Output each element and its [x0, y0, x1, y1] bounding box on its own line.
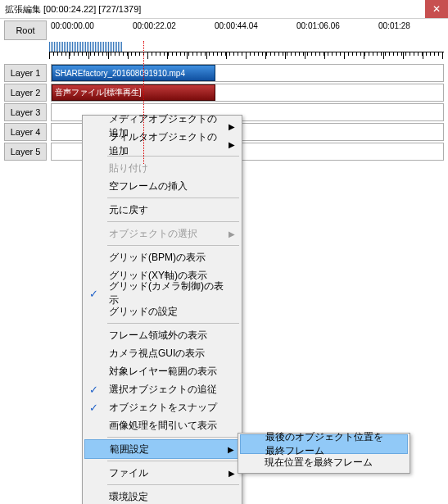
check-icon: ✓: [89, 384, 98, 396]
menu-show-camera-gui[interactable]: カメラ視点GUIの表示: [84, 344, 240, 362]
menu-separator: [107, 461, 239, 461]
layer-track-2[interactable]: 音声ファイル[標準再生]: [51, 84, 444, 102]
menu-add-filter[interactable]: フィルタオブジェクトの追加 ▶: [84, 135, 240, 153]
close-button[interactable]: ✕: [425, 0, 448, 18]
window-title: 拡張編集 [00:00:24.22] [727/1379]: [5, 3, 141, 16]
menu-paste: 貼り付け: [84, 159, 240, 177]
layer-label-2[interactable]: Layer 2: [4, 84, 47, 102]
clip-audio-label: 音声ファイル[標準再生]: [55, 87, 142, 98]
layer-label-5[interactable]: Layer 5: [4, 143, 47, 161]
chevron-right-icon: ▶: [229, 122, 235, 131]
root-button[interactable]: Root: [4, 20, 47, 40]
menu-snap-object[interactable]: ✓ オブジェクトをスナップ: [84, 398, 240, 416]
menu-grid-settings[interactable]: グリッドの設定: [84, 302, 240, 320]
menu-separator: [107, 221, 239, 222]
ruler-time-3: 00:01:06.06: [296, 21, 340, 30]
clip-video[interactable]: SHAREfactory_201608091910.mp4: [52, 65, 215, 81]
menu-show-target-layer[interactable]: 対象レイヤー範囲の表示: [84, 362, 240, 380]
ruler-time-4: 00:01:28: [378, 21, 410, 30]
check-icon: ✓: [89, 402, 98, 414]
chevron-right-icon: ▶: [229, 140, 235, 149]
menu-separator: [107, 437, 239, 438]
root-label: Root: [16, 25, 34, 35]
submenu-range: 最後のオブジェクト位置を最終フレーム 現在位置を最終フレーム: [238, 433, 410, 474]
layer-label-4[interactable]: Layer 4: [4, 123, 47, 141]
ruler-time-1: 00:00:22.02: [133, 21, 176, 30]
layer-track-1[interactable]: SHAREfactory_201608091910.mp4: [51, 64, 444, 82]
toolbar: Root 00:00:00.00 00:00:22.02 00:00:44.04…: [0, 19, 448, 42]
ruler-time-2: 00:00:44.04: [215, 21, 258, 30]
menu-select-object: オブジェクトの選択 ▶: [84, 225, 240, 243]
playhead[interactable]: [143, 41, 145, 164]
submenu-last-object-frame[interactable]: 最後のオブジェクト位置を最終フレーム: [240, 434, 408, 454]
chevron-right-icon: ▶: [229, 469, 235, 478]
layer-row-2: Layer 2 音声ファイル[標準再生]: [0, 83, 448, 102]
context-menu: メディアオブジェクトの追加 ▶ フィルタオブジェクトの追加 ▶ 貼り付け 空フレ…: [82, 115, 242, 504]
menu-thin-image[interactable]: 画像処理を間引いて表示: [84, 416, 240, 434]
clip-video-label: SHAREfactory_201608091910.mp4: [55, 69, 185, 78]
clip-audio[interactable]: 音声ファイル[標準再生]: [52, 84, 215, 101]
layer-row-1: Layer 1 SHAREfactory_201608091910.mp4: [0, 63, 448, 83]
timeline-ticks: [0, 52, 448, 63]
chevron-right-icon: ▶: [228, 445, 234, 454]
layer-label-3[interactable]: Layer 3: [4, 103, 47, 121]
ruler-time-0: 00:00:00.00: [51, 21, 94, 30]
menu-undo[interactable]: 元に戻す: [84, 201, 240, 219]
chevron-right-icon: ▶: [229, 229, 235, 238]
menu-separator: [107, 245, 239, 246]
timeline-ruler[interactable]: 00:00:00.00 00:00:22.02 00:00:44.04 00:0…: [51, 20, 444, 40]
menu-range-settings[interactable]: 範囲設定 ▶: [84, 439, 240, 459]
menu-separator: [107, 198, 239, 198]
menu-env-settings[interactable]: 環境設定: [84, 488, 240, 504]
timeline-wave: [0, 42, 448, 52]
layer-label-1[interactable]: Layer 1: [4, 64, 47, 82]
close-icon: ✕: [432, 3, 441, 15]
menu-insert-blank[interactable]: 空フレームの挿入: [84, 177, 240, 195]
menu-grid-camera[interactable]: ✓ グリッド(カメラ制御)の表示: [84, 284, 240, 302]
menu-file[interactable]: ファイル ▶: [84, 464, 240, 482]
check-icon: ✓: [89, 288, 98, 300]
menu-separator: [107, 323, 239, 324]
menu-separator: [107, 484, 239, 485]
menu-follow-selected[interactable]: ✓ 選択オブジェクトの追従: [84, 380, 240, 398]
titlebar: 拡張編集 [00:00:24.22] [727/1379] ✕: [0, 0, 448, 19]
submenu-current-frame[interactable]: 現在位置を最終フレーム: [240, 453, 408, 471]
menu-show-outside[interactable]: フレーム領域外の表示: [84, 326, 240, 344]
menu-grid-bpm[interactable]: グリッド(BPM)の表示: [84, 248, 240, 266]
